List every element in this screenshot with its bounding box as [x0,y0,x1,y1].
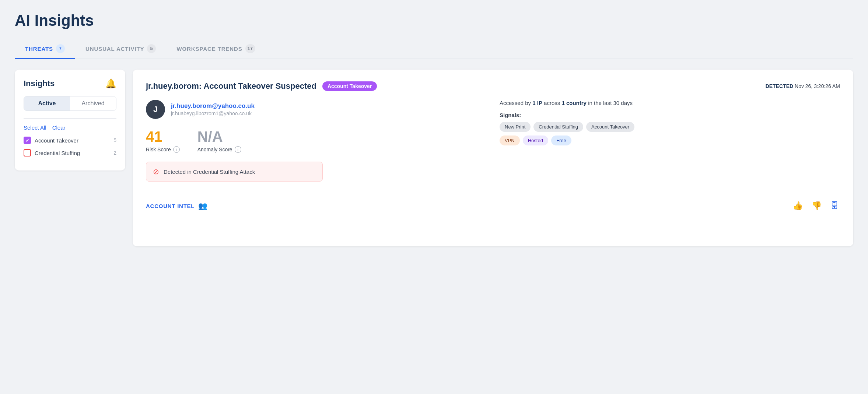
account-intel-left[interactable]: ACCOUNT INTEL 👥 [146,201,207,210]
tab-unusual-activity-badge: 5 [147,44,156,53]
detected-label: DETECTED Nov 26, 3:20:26 AM [766,83,840,89]
tab-unusual-activity[interactable]: UNUSUAL ACTIVITY 5 [75,40,166,59]
signal-free: Free [551,136,571,145]
checkbox-credential-stuffing[interactable] [24,149,31,156]
toggle-active-button[interactable]: Active [24,96,70,110]
sidebar-divider [24,118,116,119]
insight-title-group: jr.huey.borom: Account Takeover Suspecte… [146,81,377,91]
bell-icon[interactable]: 🔔 [105,78,116,89]
insight-header: jr.huey.borom: Account Takeover Suspecte… [146,81,840,91]
anomaly-score-item: N/A Anomaly Score i [197,129,241,153]
tab-threats[interactable]: THREATS 7 [15,40,75,59]
panel-divider [146,192,840,192]
avatar: J [146,100,165,119]
action-icons: 👍 👎 🗄 [791,200,840,212]
filter-left-account-takeover: Account Takeover [24,137,78,144]
tab-workspace-trends-badge: 17 [245,44,255,53]
insight-right: Accessed by 1 IP across 1 country in the… [500,100,840,149]
anomaly-score-value: N/A [197,129,241,144]
sidebar-header: Insights 🔔 [24,78,116,89]
signal-new-print: New Print [500,122,531,132]
filter-item-credential-stuffing: Credential Stuffing 2 [24,149,116,156]
toggle-archived-button[interactable]: Archived [70,96,116,110]
filter-count-account-takeover: 5 [113,137,116,143]
user-info: jr.huey.borom@yahoo.co.uk jr.huabeyg.llb… [171,102,255,116]
thumbs-down-button[interactable]: 👎 [810,200,823,212]
access-info: Accessed by 1 IP across 1 country in the… [500,100,840,106]
risk-score-value: 41 [146,129,180,144]
scores-row: 41 Risk Score i N/A Anomaly Score i [146,129,486,153]
sidebar-title: Insights [24,79,55,88]
sidebar: Insights 🔔 Active Archived Select All Cl… [15,70,125,170]
select-all-link[interactable]: Select All [24,124,46,131]
insight-title: jr.huey.borom: Account Takeover Suspecte… [146,81,316,91]
risk-score-info-icon[interactable]: i [173,146,180,153]
tab-threats-badge: 7 [56,44,65,53]
archive-button[interactable]: 🗄 [829,200,840,212]
people-icon: 👥 [198,201,207,210]
user-alias: jr.huabeyg.llbozrom1@yahoo.co.uk [171,110,255,116]
signal-vpn: VPN [500,136,520,145]
account-intel-row: ACCOUNT INTEL 👥 👍 👎 🗄 [146,200,840,212]
tab-workspace-trends[interactable]: WORKSPACE TRENDS 17 [166,40,265,59]
filter-label-account-takeover: Account Takeover [35,137,78,144]
signal-account-takeover: Account Takeover [586,122,634,132]
filter-label-credential-stuffing: Credential Stuffing [35,150,80,156]
signals-label: Signals: [500,112,840,118]
account-intel-label: ACCOUNT INTEL [146,203,195,209]
toggle-group: Active Archived [24,96,116,111]
tab-threats-label: THREATS [25,46,53,52]
alert-banner: ⊘ Detected in Credential Stuffing Attack [146,162,323,182]
risk-score-item: 41 Risk Score i [146,129,180,153]
tab-workspace-trends-label: WORKSPACE TRENDS [176,46,242,52]
main-layout: Insights 🔔 Active Archived Select All Cl… [15,70,853,246]
checkbox-account-takeover[interactable] [24,137,31,144]
user-row: J jr.huey.borom@yahoo.co.uk jr.huabeyg.l… [146,100,486,119]
filter-count-credential-stuffing: 2 [113,150,116,156]
signal-credential-stuffing: Credential Stuffing [533,122,583,132]
anomaly-score-info-icon[interactable]: i [235,146,241,153]
insight-body: J jr.huey.borom@yahoo.co.uk jr.huabeyg.l… [146,100,840,182]
signals-row-2: VPN Hosted Free [500,136,840,145]
alert-circle-icon: ⊘ [153,167,159,176]
filter-item-account-takeover: Account Takeover 5 [24,137,116,144]
signal-hosted: Hosted [523,136,548,145]
alert-text: Detected in Credential Stuffing Attack [164,169,255,175]
clear-link[interactable]: Clear [52,124,66,131]
signals-row-1: New Print Credential Stuffing Account Ta… [500,122,840,132]
tab-unusual-activity-label: UNUSUAL ACTIVITY [85,46,144,52]
detected-info: DETECTED Nov 26, 3:20:26 AM [766,83,840,89]
select-actions: Select All Clear [24,124,116,131]
tabs-bar: THREATS 7 UNUSUAL ACTIVITY 5 WORKSPACE T… [15,40,853,59]
insight-left: J jr.huey.borom@yahoo.co.uk jr.huabeyg.l… [146,100,486,182]
anomaly-score-label: Anomaly Score i [197,146,241,153]
risk-score-label: Risk Score i [146,146,180,153]
filter-left-credential-stuffing: Credential Stuffing [24,149,80,156]
account-takeover-badge: Account Takeover [322,81,377,91]
thumbs-up-button[interactable]: 👍 [791,200,804,212]
user-email[interactable]: jr.huey.borom@yahoo.co.uk [171,102,255,110]
page-title: AI Insights [15,12,853,29]
content-panel: jr.huey.borom: Account Takeover Suspecte… [133,70,853,246]
